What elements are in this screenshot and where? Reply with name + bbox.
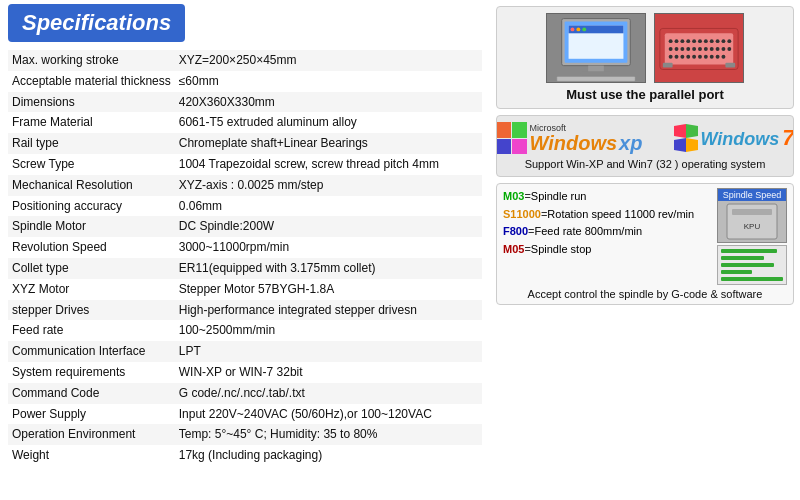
svg-point-39 <box>698 55 702 59</box>
speed-bar-line-4 <box>721 270 752 274</box>
spec-value: 1004 Trapezoidal screw, screw thread pit… <box>175 154 482 175</box>
gcode-desc: =Rotation speed 11000 rev/min <box>541 208 694 220</box>
svg-point-27 <box>692 47 696 51</box>
winxp-wordmark: Windows xp <box>529 133 642 153</box>
spec-table: Max. working strokeXYZ=200×250×45mmAccep… <box>8 50 482 466</box>
svg-point-26 <box>686 47 690 51</box>
svg-rect-45 <box>725 63 735 68</box>
gcode-desc: =Feed rate 800mm/min <box>528 225 642 237</box>
svg-point-40 <box>704 55 708 59</box>
gcode-command-line: S11000=Rotation speed 11000 rev/min <box>503 206 713 223</box>
gcode-desc: =Spindle run <box>524 190 586 202</box>
spec-label: Frame Material <box>8 112 175 133</box>
svg-rect-4 <box>557 76 635 81</box>
spec-value: 420X360X330mm <box>175 92 482 113</box>
spec-label: Dimensions <box>8 92 175 113</box>
spindle-svg: KPU <box>722 199 782 244</box>
spec-label: Positioning accuracy <box>8 196 175 217</box>
speed-bar <box>717 245 787 285</box>
svg-point-12 <box>669 39 673 43</box>
gcode-code: F800 <box>503 225 528 237</box>
gcode-command-line: F800=Feed rate 800mm/min <box>503 223 713 240</box>
gcode-desc: =Spindle stop <box>524 243 591 255</box>
spec-label: Max. working stroke <box>8 50 175 71</box>
gcode-card: M03=Spindle runS11000=Rotation speed 110… <box>496 183 794 305</box>
svg-point-14 <box>680 39 684 43</box>
table-row: System requirementsWIN-XP or WIN-7 32bit <box>8 362 482 383</box>
table-row: Frame Material6061-T5 extruded aluminum … <box>8 112 482 133</box>
gcode-right-visuals: Spindle Speed KPU <box>717 188 787 285</box>
svg-point-43 <box>721 55 725 59</box>
speed-bar-line-1 <box>721 249 777 253</box>
svg-point-36 <box>680 55 684 59</box>
gcode-command-line: M05=Spindle stop <box>503 241 713 258</box>
table-row: Dimensions420X360X330mm <box>8 92 482 113</box>
spec-value: 0.06mm <box>175 196 482 217</box>
computer-svg <box>547 13 645 83</box>
svg-point-29 <box>704 47 708 51</box>
gcode-command-line: M03=Spindle run <box>503 188 713 205</box>
spec-label: Rail type <box>8 133 175 154</box>
svg-point-8 <box>576 27 580 31</box>
gcode-code: M03 <box>503 190 524 202</box>
table-row: Communication InterfaceLPT <box>8 341 482 362</box>
table-row: Rail typeChromeplate shaft+Linear Bearin… <box>8 133 482 154</box>
svg-point-25 <box>680 47 684 51</box>
spec-value: DC Spindle:200W <box>175 216 482 237</box>
svg-point-30 <box>710 47 714 51</box>
spindle-speed-label: Spindle Speed <box>718 189 786 201</box>
left-panel: Specifications Max. working strokeXYZ=20… <box>0 0 490 500</box>
windows-card: Microsoft Windows xp <box>496 115 794 177</box>
spindle-label: Spindle Speed <box>718 189 786 201</box>
spec-value: High-performance integrated stepper driv… <box>175 300 482 321</box>
gcode-caption: Accept control the spindle by G-code & s… <box>503 288 787 300</box>
spec-label: Feed rate <box>8 320 175 341</box>
svg-point-22 <box>727 39 731 43</box>
windows-word: Windows <box>529 133 617 153</box>
svg-point-34 <box>669 55 673 59</box>
svg-point-21 <box>721 39 725 43</box>
win7-text: Windows 7 <box>700 125 794 151</box>
table-row: Screw Type1004 Trapezoidal screw, screw … <box>8 154 482 175</box>
spec-value: ER11(equipped with 3.175mm collet) <box>175 258 482 279</box>
spec-value: Stepper Motor 57BYGH-1.8A <box>175 279 482 300</box>
table-row: Power SupplyInput 220V~240VAC (50/60Hz),… <box>8 404 482 425</box>
windows-logos-row: Microsoft Windows xp <box>496 122 794 154</box>
svg-point-19 <box>710 39 714 43</box>
spec-label: Power Supply <box>8 404 175 425</box>
svg-point-23 <box>669 47 673 51</box>
svg-point-17 <box>698 39 702 43</box>
table-row: Positioning accuracy0.06mm <box>8 196 482 217</box>
speed-bar-line-3 <box>721 263 774 267</box>
spec-label: System requirements <box>8 362 175 383</box>
svg-point-33 <box>727 47 731 51</box>
parallel-caption: Must use the parallel port <box>566 87 723 102</box>
xp-flag-icon <box>496 122 527 154</box>
spindle-image: Spindle Speed KPU <box>717 188 787 243</box>
spec-label: Spindle Motor <box>8 216 175 237</box>
svg-point-20 <box>716 39 720 43</box>
win7-logo-group: Windows 7 <box>672 124 794 152</box>
svg-point-7 <box>571 27 575 31</box>
parallel-images-row <box>546 13 744 83</box>
spec-label: stepper Drives <box>8 300 175 321</box>
table-row: Operation EnvironmentTemp: 5°~45° C; Hum… <box>8 424 482 445</box>
svg-point-15 <box>686 39 690 43</box>
spec-value: 17kg (Including packaging) <box>175 445 482 466</box>
spec-label: XYZ Motor <box>8 279 175 300</box>
spec-value: ≤60mm <box>175 71 482 92</box>
gcode-commands: M03=Spindle runS11000=Rotation speed 110… <box>503 188 713 285</box>
table-row: stepper DrivesHigh-performance integrate… <box>8 300 482 321</box>
win7-flag-icon <box>672 124 700 152</box>
table-row: XYZ MotorStepper Motor 57BYGH-1.8A <box>8 279 482 300</box>
svg-point-24 <box>675 47 679 51</box>
spec-label: Operation Environment <box>8 424 175 445</box>
table-row: Mechanical ResolutionXYZ-axis : 0.0025 m… <box>8 175 482 196</box>
spec-value: G code/.nc/.ncc/.tab/.txt <box>175 383 482 404</box>
svg-point-35 <box>675 55 679 59</box>
gcode-top-section: M03=Spindle runS11000=Rotation speed 110… <box>503 188 787 285</box>
gcode-code: S11000 <box>503 208 541 220</box>
spec-label: Screw Type <box>8 154 175 175</box>
spec-value: XYZ=200×250×45mm <box>175 50 482 71</box>
winxp-text: Microsoft Windows xp <box>529 123 642 153</box>
